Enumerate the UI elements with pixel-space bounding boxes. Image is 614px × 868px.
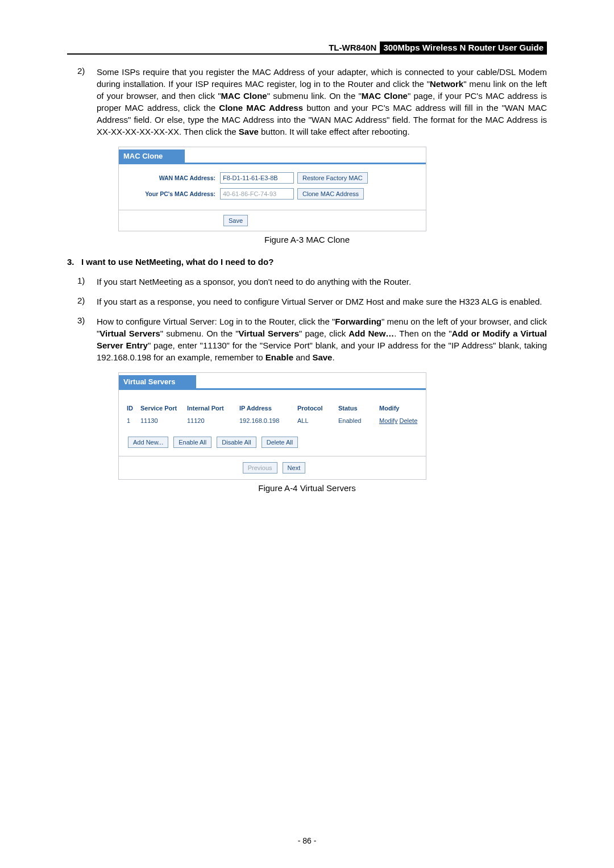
model-code: TL-WR840N: [325, 41, 380, 53]
cell-protocol: ALL: [296, 415, 336, 426]
add-new-button[interactable]: Add New...: [128, 437, 168, 448]
save-button[interactable]: Save: [223, 215, 248, 226]
wan-mac-label: WAN MAC Address:: [125, 175, 215, 181]
delete-all-button[interactable]: Delete All: [262, 437, 298, 448]
panel-title: Virtual Servers: [119, 375, 196, 388]
wan-mac-input[interactable]: [220, 172, 294, 184]
cell-internal-port: 11120: [186, 415, 237, 426]
cell-status: Enabled: [337, 415, 377, 426]
question-title: I want to use NetMeeting, what do I need…: [81, 257, 273, 267]
list-number: 1): [77, 276, 97, 288]
col-status: Status: [337, 402, 377, 414]
page-number: - 86 -: [0, 836, 614, 845]
restore-factory-mac-button[interactable]: Restore Factory MAC: [297, 172, 368, 184]
list-number: 2): [77, 296, 97, 308]
body-paragraph: If you start as a response, you need to …: [97, 296, 547, 308]
cell-service-port: 11130: [139, 415, 185, 426]
figure-mac-clone: MAC Clone WAN MAC Address: Restore Facto…: [118, 147, 426, 231]
modify-link[interactable]: Modify: [379, 417, 397, 424]
list-number: 3): [77, 315, 97, 363]
clone-mac-address-button[interactable]: Clone MAC Address: [297, 188, 364, 200]
body-paragraph: Some ISPs require that you register the …: [97, 66, 547, 138]
col-protocol: Protocol: [296, 402, 336, 414]
pc-mac-label: Your PC's MAC Address:: [125, 190, 215, 197]
figure-caption: Figure A-4 Virtual Servers: [67, 483, 547, 493]
col-internal-port: Internal Port: [186, 402, 237, 414]
table-row: 1 11130 11120 192.168.0.198 ALL Enabled …: [126, 415, 429, 426]
cell-id: 1: [126, 415, 138, 426]
enable-all-button[interactable]: Enable All: [173, 437, 211, 448]
figure-caption: Figure A-3 MAC Clone: [67, 235, 547, 244]
col-modify: Modify: [378, 402, 429, 414]
panel-title: MAC Clone: [119, 149, 185, 163]
figure-virtual-servers: Virtual Servers ID Service Port Internal…: [118, 372, 426, 480]
pc-mac-input: [220, 188, 294, 200]
col-service-port: Service Port: [139, 402, 185, 414]
table-header-row: ID Service Port Internal Port IP Address…: [126, 402, 429, 414]
delete-link[interactable]: Delete: [399, 417, 417, 424]
guide-title: 300Mbps Wireless N Router User Guide: [380, 41, 547, 53]
previous-button: Previous: [243, 462, 277, 474]
cell-ip: 192.168.0.198: [238, 415, 295, 426]
col-id: ID: [126, 402, 138, 414]
disable-all-button[interactable]: Disable All: [217, 437, 256, 448]
next-button[interactable]: Next: [283, 462, 306, 474]
question-number: 3.: [67, 257, 81, 267]
doc-header: TL-WR840N300Mbps Wireless N Router User …: [67, 43, 547, 55]
list-number: 2): [77, 66, 97, 138]
body-paragraph: If you start NetMeeting as a sponsor, yo…: [97, 276, 547, 288]
body-paragraph: How to configure Virtual Server: Log in …: [97, 315, 547, 363]
col-ip-address: IP Address: [238, 402, 295, 414]
